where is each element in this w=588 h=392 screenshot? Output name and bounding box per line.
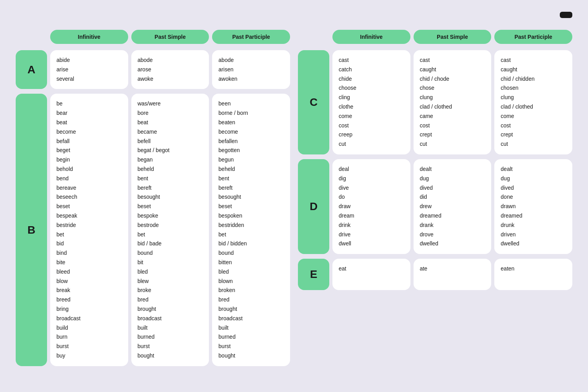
- verb-cell-past_participle-A: abode arisen awoken: [212, 50, 290, 89]
- col-header-past_simple: Past Simple: [414, 30, 492, 44]
- verb-cell-infinitive-D: deal dig dive do draw dream drink drive …: [332, 159, 410, 254]
- verb-group-A: Aabide arise severalabode arose awokeabo…: [16, 50, 290, 89]
- verb-cell-infinitive-E: eat: [332, 259, 410, 290]
- verb-group-D: Ddeal dig dive do draw dream drink drive…: [298, 159, 572, 254]
- col-header-past_participle: Past Participle: [212, 30, 290, 44]
- verb-group-C: Ccast catch chide choose cling clothe co…: [298, 50, 572, 154]
- verb-cell-past_simple-B: was/were bore beat became befell begat /…: [131, 94, 209, 366]
- verb-cell-past_simple-C: cast caught chid / chode chose clung cla…: [414, 50, 492, 154]
- col-header-past_simple: Past Simple: [131, 30, 209, 44]
- verb-cell-past_participle-D: dealt dug dived done drawn dreamed drunk…: [494, 159, 572, 254]
- col-headers: InfinitivePast SimplePast Participle: [298, 30, 572, 44]
- page-header: [16, 12, 572, 18]
- col-header-infinitive: Infinitive: [50, 30, 128, 44]
- verb-cell-past_participle-E: eaten: [494, 259, 572, 290]
- logo: [560, 12, 572, 18]
- col-header-infinitive: Infinitive: [332, 30, 410, 44]
- letter-badge-D: D: [298, 159, 329, 254]
- verb-group-B: Bbe bear beat become befall beget begin …: [16, 94, 290, 366]
- letter-badge-C: C: [298, 50, 329, 154]
- letter-badge-E: E: [298, 259, 329, 290]
- left-section: InfinitivePast SimplePast ParticipleAabi…: [16, 30, 290, 366]
- verb-cell-past_participle-B: been borne / born beaten become befallen…: [212, 94, 290, 366]
- col-header-empty: [298, 30, 329, 44]
- verb-cell-past_simple-A: abode arose awoke: [131, 50, 209, 89]
- verb-cell-infinitive-C: cast catch chide choose cling clothe com…: [332, 50, 410, 154]
- verb-group-E: Eeatateeaten: [298, 259, 572, 290]
- letter-badge-A: A: [16, 50, 47, 89]
- verb-cell-infinitive-A: abide arise several: [50, 50, 128, 89]
- col-headers: InfinitivePast SimplePast Participle: [16, 30, 290, 44]
- col-header-past_participle: Past Participle: [494, 30, 572, 44]
- verb-cell-past_simple-D: dealt dug dived did drew dreamed drank d…: [414, 159, 492, 254]
- right-section: InfinitivePast SimplePast ParticipleCcas…: [298, 30, 572, 366]
- main-content: InfinitivePast SimplePast ParticipleAabi…: [16, 30, 572, 366]
- verb-cell-past_participle-C: cast caught chid / chidden chosen clung …: [494, 50, 572, 154]
- verb-cell-infinitive-B: be bear beat become befall beget begin b…: [50, 94, 128, 366]
- letter-badge-B: B: [16, 94, 47, 366]
- verb-cell-past_simple-E: ate: [414, 259, 492, 290]
- col-header-empty: [16, 30, 47, 44]
